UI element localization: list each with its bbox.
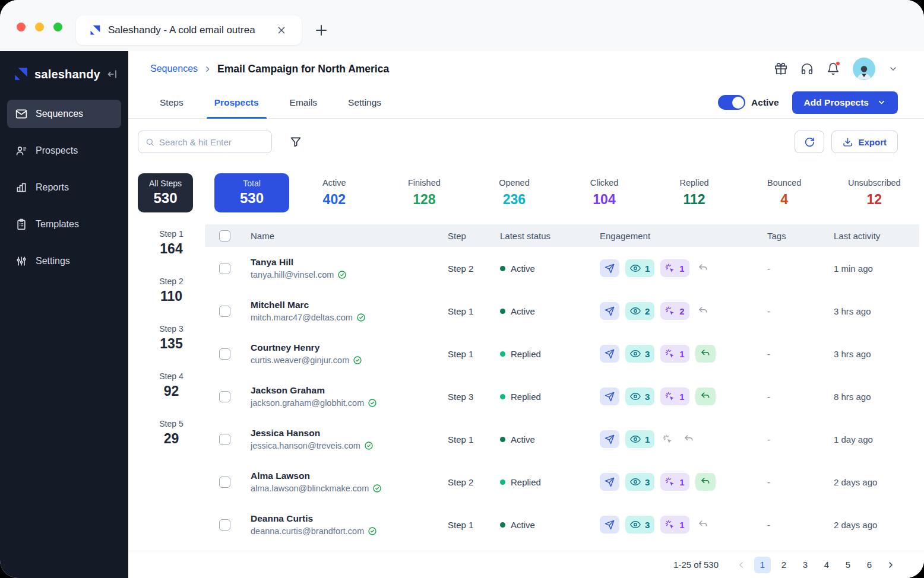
page-button-4[interactable]: 4 <box>818 557 835 573</box>
sent-badge[interactable] <box>600 259 619 277</box>
next-page-icon[interactable] <box>882 560 899 570</box>
all-steps-card[interactable]: All Steps 530 <box>138 173 193 212</box>
row-checkbox[interactable] <box>219 477 230 488</box>
page-button-5[interactable]: 5 <box>840 557 856 573</box>
search-box[interactable] <box>138 131 272 153</box>
support-headset-icon[interactable] <box>800 62 814 75</box>
step-filter-4[interactable]: Step 492 <box>138 371 205 399</box>
tab-settings[interactable]: Settings <box>340 87 389 118</box>
stat-unsubscribed[interactable]: Unsubscribed12 <box>829 178 919 208</box>
browser-tab[interactable]: Saleshandy - A cold email outrea <box>76 15 302 45</box>
table-row[interactable]: Courtney Henry curtis.weaver@ginjur.com … <box>205 332 919 375</box>
select-all-checkbox[interactable] <box>219 230 230 242</box>
stat-bounced[interactable]: Bounced4 <box>739 178 830 208</box>
sent-badge[interactable] <box>600 388 619 405</box>
page-button-1[interactable]: 1 <box>754 557 771 573</box>
row-checkbox[interactable] <box>219 519 230 531</box>
row-checkbox[interactable] <box>219 348 230 360</box>
clicked-badge[interactable]: 1 <box>660 345 689 363</box>
prospect-email: mitch.marc47@deltas.com <box>251 313 353 322</box>
opened-badge[interactable]: 3 <box>625 345 654 363</box>
user-avatar[interactable] <box>853 58 875 80</box>
replied-badge[interactable] <box>695 388 716 405</box>
row-checkbox[interactable] <box>219 306 230 317</box>
breadcrumb-sequences-link[interactable]: Sequences <box>150 63 198 74</box>
collapse-sidebar-icon[interactable] <box>107 68 119 80</box>
opened-badge[interactable]: 1 <box>625 259 654 277</box>
stat-finished[interactable]: Finished128 <box>379 178 470 208</box>
account-chevron-down-icon[interactable] <box>888 64 898 74</box>
step-filter-3[interactable]: Step 3135 <box>138 324 205 352</box>
sent-badge[interactable] <box>600 516 619 533</box>
previous-page-icon[interactable] <box>733 560 749 570</box>
sidebar-item-reports[interactable]: Reports <box>7 173 121 202</box>
table-row[interactable]: Tanya Hill tanya.hill@vinsel.com Step 2 … <box>205 247 919 290</box>
page-button-3[interactable]: 3 <box>797 557 814 573</box>
step-filter-1[interactable]: Step 1164 <box>138 229 205 257</box>
table-row[interactable]: Alma Lawson alma.lawson@blinckmake.com S… <box>205 461 919 503</box>
clicked-badge[interactable]: 1 <box>660 259 689 277</box>
page-button-2[interactable]: 2 <box>776 557 792 573</box>
replied-badge[interactable] <box>695 345 716 363</box>
row-checkbox[interactable] <box>219 263 230 274</box>
search-input[interactable] <box>159 137 264 147</box>
sequence-active-toggle[interactable]: Active <box>718 95 779 110</box>
sent-badge[interactable] <box>600 473 619 491</box>
table-row[interactable]: Jackson Graham jackson.graham@globhit.co… <box>205 375 919 418</box>
maximize-window-button[interactable] <box>53 23 62 31</box>
replied-badge[interactable] <box>695 473 716 491</box>
toggle-switch[interactable] <box>718 95 745 110</box>
new-tab-button[interactable] <box>312 21 330 39</box>
window-controls[interactable] <box>17 23 62 31</box>
row-status-label: Active <box>511 434 535 444</box>
replied-badge[interactable] <box>695 302 711 320</box>
refresh-button[interactable] <box>795 131 824 153</box>
opened-badge[interactable]: 3 <box>625 388 654 405</box>
clicked-badge[interactable]: 1 <box>660 516 689 533</box>
table-row[interactable]: Mitchell Marc mitch.marc47@deltas.com St… <box>205 290 919 332</box>
stat-active[interactable]: Active402 <box>289 178 379 208</box>
sidebar-item-templates[interactable]: Templates <box>7 210 121 239</box>
sidebar-item-settings[interactable]: Settings <box>7 247 121 275</box>
total-value: 530 <box>214 190 289 207</box>
notifications-bell-icon[interactable] <box>827 62 840 75</box>
tab-close-icon[interactable] <box>277 26 286 35</box>
clicked-badge[interactable] <box>660 430 675 448</box>
sent-badge[interactable] <box>600 430 619 448</box>
clicked-badge[interactable]: 1 <box>660 388 689 405</box>
replied-badge[interactable] <box>695 516 711 533</box>
stat-replied[interactable]: Replied112 <box>649 178 739 208</box>
minimize-window-button[interactable] <box>35 23 44 31</box>
export-button[interactable]: Export <box>831 131 898 153</box>
tab-steps[interactable]: Steps <box>152 87 191 118</box>
sidebar-item-prospects[interactable]: Prospects <box>7 136 121 165</box>
gift-icon[interactable] <box>774 62 787 75</box>
close-window-button[interactable] <box>17 23 26 31</box>
step-filter-5[interactable]: Step 529 <box>138 419 205 447</box>
total-card[interactable]: Total 530 <box>214 173 289 212</box>
filter-funnel-icon[interactable] <box>290 136 302 148</box>
opened-badge[interactable]: 2 <box>625 302 654 320</box>
opened-badge[interactable]: 1 <box>625 430 654 448</box>
sidebar-item-sequences[interactable]: Sequences <box>7 100 121 128</box>
replied-badge[interactable] <box>681 430 697 448</box>
row-checkbox[interactable] <box>219 434 230 445</box>
replied-badge[interactable] <box>695 259 711 277</box>
table-row[interactable]: Deanna Curtis deanna.curtis@brandfort.co… <box>205 503 919 546</box>
stat-clicked[interactable]: Clicked104 <box>559 178 650 208</box>
stat-opened[interactable]: Opened236 <box>469 178 559 208</box>
page-button-6[interactable]: 6 <box>861 557 878 573</box>
notification-badge <box>836 61 840 66</box>
clicked-badge[interactable]: 1 <box>660 473 689 491</box>
sent-badge[interactable] <box>600 302 619 320</box>
clicked-badge[interactable]: 2 <box>660 302 689 320</box>
add-prospects-button[interactable]: Add Prospects <box>792 91 898 114</box>
sent-badge[interactable] <box>600 345 619 363</box>
opened-badge[interactable]: 3 <box>625 516 654 533</box>
row-checkbox[interactable] <box>219 391 230 402</box>
table-row[interactable]: Jessica Hanson jessica.hanson@treveis.co… <box>205 418 919 461</box>
tab-emails[interactable]: Emails <box>282 87 325 118</box>
tab-prospects[interactable]: Prospects <box>207 87 267 118</box>
step-filter-2[interactable]: Step 2110 <box>138 277 205 304</box>
opened-badge[interactable]: 3 <box>625 473 654 491</box>
